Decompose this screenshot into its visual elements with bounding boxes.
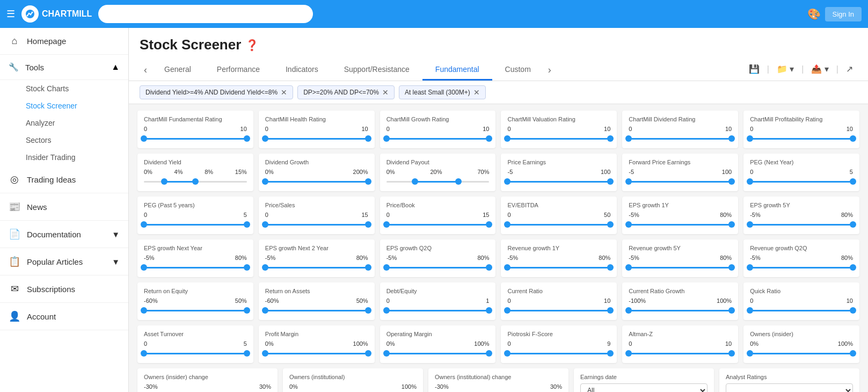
filter-card-quick-ratio: Quick Ratio 010 — [743, 282, 859, 320]
svg-point-4 — [32, 12, 33, 13]
menu-icon[interactable]: ☰ — [6, 8, 15, 20]
chevron-up-icon: ▲ — [111, 62, 120, 72]
sidebar-item-documentation[interactable]: 📄 Documentation ▼ — [0, 221, 128, 248]
slider-altman-z[interactable] — [629, 349, 732, 358]
sidebar-item-news[interactable]: 📰 News — [0, 193, 128, 221]
filter-card-roa: Return on Assets -60%50% — [259, 282, 375, 320]
tab-prev-button[interactable]: ‹ — [140, 64, 151, 76]
sidebar-item-homepage[interactable]: ⌂ Homepage — [0, 28, 128, 55]
slider-debt-equity[interactable] — [386, 306, 490, 315]
slider-eps-next-year[interactable] — [144, 263, 247, 272]
filter-tag-dp: DP>=20% AND DP<=70% ✕ — [297, 85, 395, 99]
sidebar-item-insider-trading[interactable]: Insider Trading — [9, 149, 128, 166]
slider-eps-q2q[interactable] — [386, 263, 490, 272]
tab-custom[interactable]: Custom — [492, 60, 544, 81]
slider-revenue-1y[interactable] — [507, 263, 610, 272]
tab-support-resistance[interactable]: Support/Resistance — [331, 60, 422, 81]
filter-card-current-ratio-growth: Current Ratio Growth -100%100% — [622, 282, 738, 320]
sidebar-item-subscriptions[interactable]: ✉ Subscriptions — [0, 275, 128, 303]
slider-profitability-rating[interactable] — [750, 134, 853, 143]
slider-eps-next-2y[interactable] — [265, 263, 368, 272]
row-ratios2: Return on Equity -60%50% Return on Asset… — [137, 282, 859, 320]
share-button[interactable]: ↗ — [842, 62, 857, 76]
sidebar-item-stock-charts[interactable]: Stock Charts — [9, 80, 128, 97]
slider-dividend-growth[interactable] — [265, 177, 368, 186]
tab-indicators[interactable]: Indicators — [273, 60, 331, 81]
slider-peg-5y[interactable] — [144, 220, 247, 229]
slider-growth-rating[interactable] — [386, 134, 490, 143]
slider-current-ratio-growth[interactable] — [629, 306, 732, 315]
page-header: Stock Screener ❓ ‹ General Performance I… — [129, 28, 868, 81]
filter-card-operating-margin: Operating Margin 0%100% — [380, 325, 496, 363]
slider-revenue-q2q[interactable] — [750, 263, 853, 272]
svg-point-3 — [30, 14, 32, 16]
logo[interactable]: CHARTMILL — [21, 5, 92, 23]
sidebar-item-sectors[interactable]: Sectors — [9, 132, 128, 149]
tab-next-button[interactable]: › — [544, 64, 556, 76]
slider-current-ratio[interactable] — [507, 306, 610, 315]
sidebar-item-label: News — [27, 202, 47, 212]
sidebar-item-stock-screener[interactable]: Stock Screener — [9, 97, 128, 114]
slider-forward-pe[interactable] — [629, 177, 732, 186]
row-owners-earnings: Owners (insider) change -30%30% Owners (… — [137, 368, 859, 392]
filter-card-owners-insider: Owners (insider) 0%100% — [743, 325, 859, 363]
slider-eps-5y[interactable] — [750, 220, 853, 229]
slider-fundamental-rating[interactable] — [144, 134, 247, 143]
chevron-down-icon: ▼ — [112, 230, 120, 239]
save-button[interactable]: 💾 — [745, 62, 764, 76]
main-content: Stock Screener ❓ ‹ General Performance I… — [129, 28, 868, 392]
tab-general[interactable]: General — [151, 60, 204, 81]
account-icon: 👤 — [9, 310, 20, 322]
slider-price-sales[interactable] — [265, 220, 368, 229]
svg-point-1 — [27, 15, 28, 17]
filter-card-price-book: Price/Book 015 — [380, 197, 496, 234]
sidebar-item-trading-ideas[interactable]: ◎ Trading Ideas — [0, 166, 128, 193]
sidebar-item-account[interactable]: 👤 Account — [0, 303, 128, 330]
slider-price-earnings[interactable] — [507, 177, 610, 186]
slider-quick-ratio[interactable] — [750, 306, 853, 315]
slider-price-book[interactable] — [386, 220, 490, 229]
filter-tag-close-div-yield[interactable]: ✕ — [281, 88, 287, 97]
analyst-ratings-select[interactable]: Strong Buy Buy Hold Sell — [726, 383, 853, 392]
filter-card-peg-next-year: PEG (Next Year) 05 — [743, 154, 859, 191]
slider-valuation-rating[interactable] — [507, 134, 610, 143]
slider-dividend-rating[interactable] — [629, 134, 732, 143]
slider-eps-1y[interactable] — [629, 220, 732, 229]
tab-fundamental[interactable]: Fundamental — [422, 60, 492, 81]
upload-button[interactable]: 📤 ▾ — [807, 62, 833, 76]
slider-ev-ebitda[interactable] — [507, 220, 610, 229]
filter-card-forward-pe: Forward Price Earnings -5100 — [622, 154, 738, 191]
sidebar-item-analyzer[interactable]: Analyzer — [9, 114, 128, 132]
search-input[interactable] — [98, 5, 313, 23]
slider-owners-insider[interactable] — [750, 349, 853, 358]
slider-piotroski[interactable] — [507, 349, 610, 358]
slider-asset-turnover[interactable] — [144, 349, 247, 358]
folder-button[interactable]: 📁 ▾ — [772, 62, 798, 76]
filter-card-dividend-rating: ChartMill Dividend Rating 010 — [622, 111, 738, 148]
slider-dividend-yield[interactable] — [144, 177, 247, 186]
slider-revenue-5y[interactable] — [629, 263, 732, 272]
sidebar-item-popular-articles[interactable]: 📋 Popular Articles ▼ — [0, 248, 128, 275]
row-eps-revenue: EPS growth Next Year -5%80% EPS growth N… — [137, 239, 859, 277]
sidebar-item-label: Account — [27, 312, 56, 321]
filter-tag-close-dp[interactable]: ✕ — [382, 88, 389, 97]
slider-dividend-payout[interactable] — [386, 177, 490, 186]
filter-card-altman-z: Altman-Z 010 — [622, 325, 738, 363]
sidebar-item-tools[interactable]: 🔧 Tools ▲ — [0, 55, 128, 80]
filter-card-roe: Return on Equity -60%50% — [137, 282, 253, 320]
help-icon[interactable]: ❓ — [245, 39, 259, 52]
user-button[interactable]: Sign In — [825, 7, 862, 21]
filter-card-owners-insider-change: Owners (insider) change -30%30% — [137, 368, 278, 392]
slider-roe[interactable] — [144, 306, 247, 315]
slider-peg-next-year[interactable] — [750, 177, 853, 186]
paint-icon[interactable]: 🎨 — [807, 8, 821, 20]
slider-health-rating[interactable] — [265, 134, 368, 143]
earnings-date-select[interactable]: All This Week Next Week — [580, 383, 707, 392]
tab-performance[interactable]: Performance — [204, 60, 273, 81]
tabs-actions: 💾 | 📁 ▾ | 📤 ▾ | ↗ — [745, 62, 857, 78]
slider-profit-margin[interactable] — [265, 349, 368, 358]
slider-roa[interactable] — [265, 306, 368, 315]
filter-card-dividend-yield: Dividend Yield 0% 4% 8% 15% — [137, 154, 253, 191]
filter-tag-close-size[interactable]: ✕ — [473, 88, 480, 97]
slider-operating-margin[interactable] — [386, 349, 490, 358]
